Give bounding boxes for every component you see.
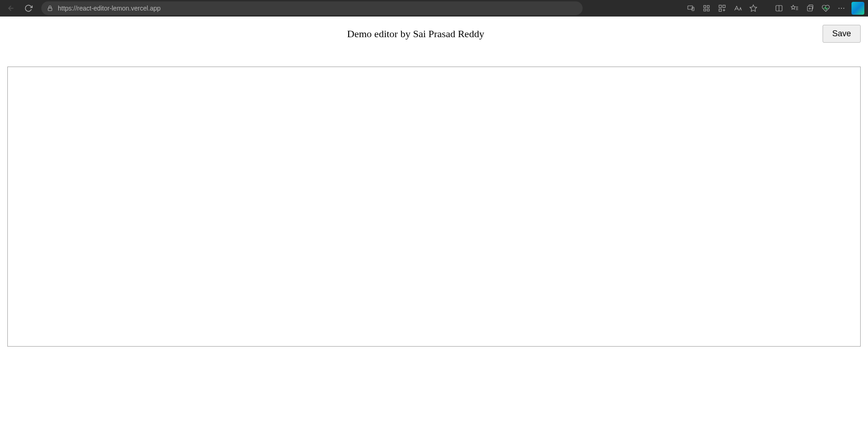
device-icon [687, 4, 695, 12]
editor-area[interactable] [7, 67, 861, 347]
svg-rect-2 [692, 7, 694, 11]
header-row: Demo editor by Sai Prasad Reddy Save [0, 17, 868, 43]
collections-icon [806, 4, 814, 12]
device-button[interactable] [684, 1, 698, 16]
toolbar-right [684, 1, 864, 16]
svg-rect-7 [719, 5, 721, 7]
lock-icon [47, 5, 53, 11]
star-list-icon [790, 4, 799, 12]
star-icon [749, 4, 757, 12]
performance-button[interactable] [818, 1, 833, 16]
page-content: Demo editor by Sai Prasad Reddy Save [0, 17, 868, 443]
refresh-icon [24, 4, 33, 12]
svg-rect-5 [704, 9, 706, 11]
extensions-button[interactable] [715, 1, 729, 16]
svg-rect-0 [48, 8, 52, 11]
svg-point-19 [841, 8, 842, 9]
more-horizontal-icon [837, 4, 846, 12]
svg-rect-6 [707, 9, 710, 11]
qr-icon [702, 4, 711, 12]
svg-point-18 [839, 8, 840, 9]
favorites-list-button[interactable] [787, 1, 802, 16]
collections-button[interactable] [803, 1, 818, 16]
grid-plus-icon [718, 4, 726, 12]
svg-marker-13 [791, 5, 796, 9]
favorite-button[interactable] [746, 1, 761, 16]
heartbeat-icon [822, 4, 830, 12]
page-title: Demo editor by Sai Prasad Reddy [347, 28, 484, 40]
qr-button[interactable] [699, 1, 714, 16]
url-text: https://react-editor-lemon.vercel.app [58, 5, 161, 12]
arrow-left-icon [7, 4, 15, 12]
svg-rect-8 [723, 5, 725, 7]
browser-toolbar: https://react-editor-lemon.vercel.app [0, 0, 868, 17]
svg-rect-3 [704, 6, 706, 8]
more-button[interactable] [834, 1, 849, 16]
save-button[interactable]: Save [823, 25, 861, 43]
svg-rect-9 [719, 9, 721, 11]
text-size-icon [734, 4, 742, 12]
edge-sidebar-button[interactable] [851, 2, 864, 15]
address-bar[interactable]: https://react-editor-lemon.vercel.app [41, 1, 583, 15]
svg-rect-4 [707, 6, 710, 8]
split-icon [775, 4, 783, 12]
back-button[interactable] [4, 1, 18, 16]
refresh-button[interactable] [21, 1, 36, 16]
svg-marker-10 [750, 5, 757, 11]
read-aloud-button[interactable] [730, 1, 745, 16]
svg-point-20 [843, 8, 844, 9]
split-screen-button[interactable] [772, 1, 786, 16]
